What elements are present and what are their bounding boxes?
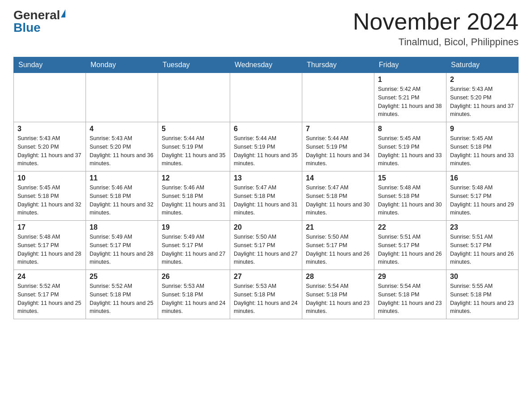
day-info: Sunrise: 5:50 AM Sunset: 5:17 PM Dayligh… <box>306 233 370 266</box>
week-row-3: 10Sunrise: 5:45 AM Sunset: 5:18 PM Dayli… <box>14 171 519 221</box>
day-info: Sunrise: 5:47 AM Sunset: 5:18 PM Dayligh… <box>306 184 370 217</box>
location-title: Tinalmud, Bicol, Philippines <box>353 36 519 48</box>
calendar-cell <box>14 73 86 122</box>
calendar-cell <box>302 73 374 122</box>
calendar-cell: 8Sunrise: 5:45 AM Sunset: 5:19 PM Daylig… <box>374 122 446 171</box>
day-info: Sunrise: 5:46 AM Sunset: 5:18 PM Dayligh… <box>90 184 154 217</box>
day-number: 23 <box>450 223 515 231</box>
calendar-table: SundayMondayTuesdayWednesdayThursdayFrid… <box>13 57 519 319</box>
calendar-cell: 10Sunrise: 5:45 AM Sunset: 5:18 PM Dayli… <box>14 171 86 221</box>
day-number: 27 <box>234 273 298 281</box>
weekday-header-friday: Friday <box>374 57 446 73</box>
day-number: 29 <box>378 273 442 281</box>
day-info: Sunrise: 5:47 AM Sunset: 5:18 PM Dayligh… <box>234 184 298 217</box>
day-info: Sunrise: 5:44 AM Sunset: 5:19 PM Dayligh… <box>306 134 370 168</box>
day-number: 9 <box>450 125 515 133</box>
day-number: 17 <box>17 223 82 231</box>
day-info: Sunrise: 5:49 AM Sunset: 5:17 PM Dayligh… <box>90 233 154 266</box>
day-number: 3 <box>17 125 82 133</box>
calendar-cell: 1Sunrise: 5:42 AM Sunset: 5:21 PM Daylig… <box>374 73 446 122</box>
day-number: 1 <box>378 76 442 84</box>
week-row-1: 1Sunrise: 5:42 AM Sunset: 5:21 PM Daylig… <box>14 73 519 122</box>
calendar-cell: 14Sunrise: 5:47 AM Sunset: 5:18 PM Dayli… <box>302 171 374 221</box>
day-number: 5 <box>162 125 226 133</box>
day-info: Sunrise: 5:49 AM Sunset: 5:17 PM Dayligh… <box>162 233 226 266</box>
day-number: 10 <box>17 174 82 182</box>
weekday-header-wednesday: Wednesday <box>230 57 302 73</box>
calendar-cell: 21Sunrise: 5:50 AM Sunset: 5:17 PM Dayli… <box>302 221 374 270</box>
weekday-header-saturday: Saturday <box>446 57 519 73</box>
day-number: 2 <box>450 76 515 84</box>
weekday-header-thursday: Thursday <box>302 57 374 73</box>
calendar-cell: 19Sunrise: 5:49 AM Sunset: 5:17 PM Dayli… <box>158 221 230 270</box>
day-number: 18 <box>90 223 154 231</box>
calendar-cell: 5Sunrise: 5:44 AM Sunset: 5:19 PM Daylig… <box>158 122 230 171</box>
page-header: General Blue November 2024 Tinalmud, Bic… <box>13 9 519 48</box>
day-number: 7 <box>306 125 370 133</box>
day-info: Sunrise: 5:44 AM Sunset: 5:19 PM Dayligh… <box>162 134 226 168</box>
day-info: Sunrise: 5:43 AM Sunset: 5:20 PM Dayligh… <box>450 85 515 119</box>
weekday-header-sunday: Sunday <box>14 57 86 73</box>
weekday-header-monday: Monday <box>86 57 158 73</box>
day-info: Sunrise: 5:48 AM Sunset: 5:17 PM Dayligh… <box>450 184 515 217</box>
week-row-4: 17Sunrise: 5:48 AM Sunset: 5:17 PM Dayli… <box>14 221 519 270</box>
calendar-cell: 13Sunrise: 5:47 AM Sunset: 5:18 PM Dayli… <box>230 171 302 221</box>
calendar-cell: 30Sunrise: 5:55 AM Sunset: 5:18 PM Dayli… <box>446 270 519 319</box>
day-info: Sunrise: 5:46 AM Sunset: 5:18 PM Dayligh… <box>162 184 226 217</box>
day-number: 21 <box>306 223 370 231</box>
day-info: Sunrise: 5:53 AM Sunset: 5:18 PM Dayligh… <box>162 282 226 316</box>
calendar-cell: 4Sunrise: 5:43 AM Sunset: 5:20 PM Daylig… <box>86 122 158 171</box>
title-block: November 2024 Tinalmud, Bicol, Philippin… <box>353 9 519 48</box>
day-number: 30 <box>450 273 515 281</box>
calendar-cell: 15Sunrise: 5:48 AM Sunset: 5:18 PM Dayli… <box>374 171 446 221</box>
calendar-cell: 11Sunrise: 5:46 AM Sunset: 5:18 PM Dayli… <box>86 171 158 221</box>
day-info: Sunrise: 5:51 AM Sunset: 5:17 PM Dayligh… <box>450 233 515 266</box>
day-number: 22 <box>378 223 442 231</box>
calendar-cell: 26Sunrise: 5:53 AM Sunset: 5:18 PM Dayli… <box>158 270 230 319</box>
day-number: 19 <box>162 223 226 231</box>
calendar-cell: 12Sunrise: 5:46 AM Sunset: 5:18 PM Dayli… <box>158 171 230 221</box>
calendar-cell: 20Sunrise: 5:50 AM Sunset: 5:17 PM Dayli… <box>230 221 302 270</box>
day-info: Sunrise: 5:43 AM Sunset: 5:20 PM Dayligh… <box>17 134 82 168</box>
day-number: 25 <box>90 273 154 281</box>
weekday-header-tuesday: Tuesday <box>158 57 230 73</box>
day-info: Sunrise: 5:51 AM Sunset: 5:17 PM Dayligh… <box>378 233 442 266</box>
day-info: Sunrise: 5:45 AM Sunset: 5:19 PM Dayligh… <box>378 134 442 168</box>
day-number: 26 <box>162 273 226 281</box>
day-info: Sunrise: 5:54 AM Sunset: 5:18 PM Dayligh… <box>378 282 442 316</box>
day-info: Sunrise: 5:52 AM Sunset: 5:18 PM Dayligh… <box>90 282 154 316</box>
logo-blue-text: Blue <box>13 21 41 34</box>
calendar-cell: 23Sunrise: 5:51 AM Sunset: 5:17 PM Dayli… <box>446 221 519 270</box>
day-info: Sunrise: 5:48 AM Sunset: 5:18 PM Dayligh… <box>378 184 442 217</box>
day-number: 16 <box>450 174 515 182</box>
day-info: Sunrise: 5:55 AM Sunset: 5:18 PM Dayligh… <box>450 282 515 316</box>
day-number: 14 <box>306 174 370 182</box>
week-row-2: 3Sunrise: 5:43 AM Sunset: 5:20 PM Daylig… <box>14 122 519 171</box>
day-number: 13 <box>234 174 298 182</box>
calendar-cell: 7Sunrise: 5:44 AM Sunset: 5:19 PM Daylig… <box>302 122 374 171</box>
day-number: 20 <box>234 223 298 231</box>
day-info: Sunrise: 5:45 AM Sunset: 5:18 PM Dayligh… <box>17 184 82 217</box>
calendar-cell: 24Sunrise: 5:52 AM Sunset: 5:17 PM Dayli… <box>14 270 86 319</box>
day-info: Sunrise: 5:54 AM Sunset: 5:18 PM Dayligh… <box>306 282 370 316</box>
calendar-cell: 9Sunrise: 5:45 AM Sunset: 5:18 PM Daylig… <box>446 122 519 171</box>
calendar-cell: 3Sunrise: 5:43 AM Sunset: 5:20 PM Daylig… <box>14 122 86 171</box>
calendar-cell: 28Sunrise: 5:54 AM Sunset: 5:18 PM Dayli… <box>302 270 374 319</box>
calendar-cell: 6Sunrise: 5:44 AM Sunset: 5:19 PM Daylig… <box>230 122 302 171</box>
calendar-cell <box>86 73 158 122</box>
calendar-cell: 18Sunrise: 5:49 AM Sunset: 5:17 PM Dayli… <box>86 221 158 270</box>
calendar-cell: 25Sunrise: 5:52 AM Sunset: 5:18 PM Dayli… <box>86 270 158 319</box>
calendar-cell: 27Sunrise: 5:53 AM Sunset: 5:18 PM Dayli… <box>230 270 302 319</box>
day-number: 12 <box>162 174 226 182</box>
day-number: 11 <box>90 174 154 182</box>
day-number: 28 <box>306 273 370 281</box>
day-number: 15 <box>378 174 442 182</box>
month-title: November 2024 <box>353 9 519 34</box>
calendar-cell <box>230 73 302 122</box>
day-info: Sunrise: 5:48 AM Sunset: 5:17 PM Dayligh… <box>17 233 82 266</box>
day-info: Sunrise: 5:42 AM Sunset: 5:21 PM Dayligh… <box>378 85 442 119</box>
day-number: 24 <box>17 273 82 281</box>
logo-triangle-icon <box>61 9 65 17</box>
calendar-cell: 2Sunrise: 5:43 AM Sunset: 5:20 PM Daylig… <box>446 73 519 122</box>
logo-general-text: General <box>13 9 60 21</box>
